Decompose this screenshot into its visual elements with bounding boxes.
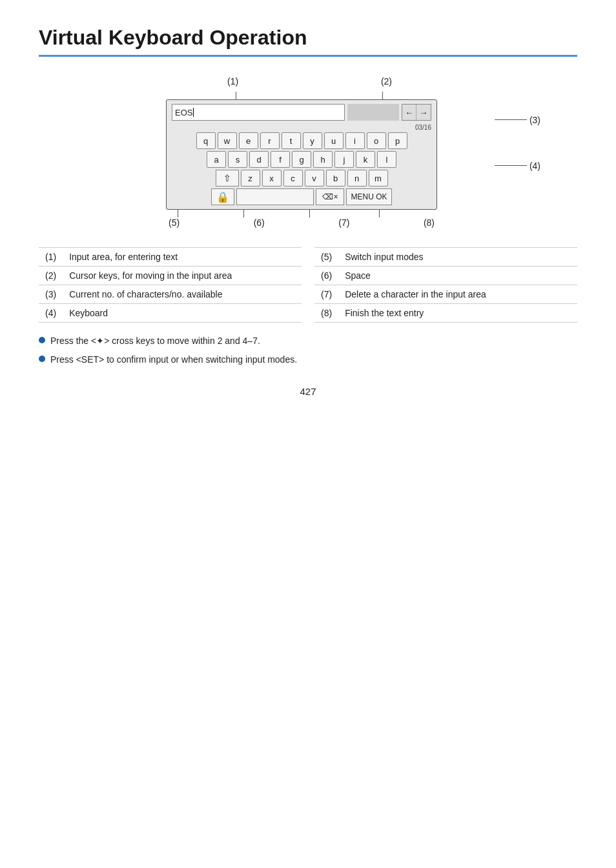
desc-table-left: (1) Input area, for entering text (2) Cu… [39,247,302,323]
description-section: (1) Input area, for entering text (2) Cu… [39,241,577,323]
desc-row-6: (6) Space [314,267,577,285]
note-text-1: Press the <✦> cross keys to move within … [50,334,260,348]
keyboard-row-1: q w e r t y u i o p [172,132,431,149]
arrow-left-btn[interactable]: ← [402,105,416,120]
key-t[interactable]: t [282,132,301,149]
key-v[interactable]: v [305,170,324,187]
desc-num-6: (6) [314,267,338,285]
key-d[interactable]: d [249,151,269,168]
virtual-keyboard[interactable]: EOS ← → 03/16 q w e r t y [166,99,437,210]
key-j[interactable]: j [334,151,354,168]
callout-label-3: (3) [529,115,540,125]
description-columns: (1) Input area, for entering text (2) Cu… [39,241,577,323]
desc-num-2: (2) [39,267,63,285]
callout-label-5: (5) [169,217,180,228]
desc-text-7: Delete a character in the input area [338,285,577,304]
shift-key[interactable]: ⇧ [216,170,239,187]
desc-num-8: (8) [314,304,338,323]
desc-text-4: Keyboard [63,304,302,323]
desc-row-2: (2) Cursor keys, for moving in the input… [39,267,302,285]
keyboard-row-2: a s d f g h j k l [172,151,431,168]
desc-text-1: Input area, for entering text [63,248,302,267]
key-z[interactable]: z [241,170,260,187]
key-m[interactable]: m [369,170,388,187]
space-key[interactable] [236,188,314,205]
callout-label-2: (2) [381,76,392,86]
key-q[interactable]: q [196,132,216,149]
caps-lock-key[interactable]: 🔒 [211,188,234,205]
key-e[interactable]: e [239,132,258,149]
desc-text-5: Switch input modes [338,248,577,267]
desc-text-3: Current no. of characters/no. available [63,285,302,304]
callout-label-7: (7) [338,217,349,228]
key-a[interactable]: a [207,151,226,168]
input-text: EOS [175,108,192,117]
callout-label-8: (8) [424,217,435,228]
bullet-1 [39,337,45,343]
key-o[interactable]: o [367,132,386,149]
callout-label-1: (1) [227,76,238,86]
desc-text-8: Finish the text entry [338,304,577,323]
key-l[interactable]: l [377,151,396,168]
desc-row-4: (4) Keyboard [39,304,302,323]
callout-label-6: (6) [254,217,265,228]
desc-num-7: (7) [314,285,338,304]
desc-num-4: (4) [39,304,63,323]
key-f[interactable]: f [271,151,290,168]
desc-row-7: (7) Delete a character in the input area [314,285,577,304]
key-g[interactable]: g [292,151,311,168]
key-h[interactable]: h [313,151,333,168]
key-x[interactable]: x [262,170,282,187]
page-number: 427 [39,386,577,397]
cursor-keys[interactable]: ← → [402,104,431,121]
desc-row-5: (5) Switch input modes [314,248,577,267]
note-item-2: Press <SET> to confirm input or when swi… [39,353,577,367]
key-u[interactable]: u [324,132,344,149]
bullet-2 [39,356,45,362]
desc-table-right: (5) Switch input modes (6) Space (7) Del… [314,247,577,323]
key-b[interactable]: b [326,170,345,187]
note-item-1: Press the <✦> cross keys to move within … [39,334,577,348]
delete-key[interactable]: ⌫× [316,188,344,205]
key-p[interactable]: p [388,132,407,149]
input-area[interactable]: EOS [172,104,345,121]
desc-text-6: Space [338,267,577,285]
note-text-2: Press <SET> to confirm input or when swi… [50,353,297,367]
menu-ok-key[interactable]: MENU OK [346,188,391,205]
keyboard-bottom-row: 🔒 ⌫× MENU OK [172,188,431,205]
callout-label-4: (4) [529,161,540,171]
key-y[interactable]: y [303,132,322,149]
cursor-indicator [193,108,194,117]
key-k[interactable]: k [356,151,375,168]
key-s[interactable]: s [228,151,247,168]
desc-row-8: (8) Finish the text entry [314,304,577,323]
diagram-section: (1) (2) EOS ← → [39,76,577,228]
page-title: Virtual Keyboard Operation [39,26,577,57]
key-r[interactable]: r [260,132,280,149]
key-c[interactable]: c [283,170,303,187]
arrow-right-btn[interactable]: → [416,105,431,120]
desc-row-3: (3) Current no. of characters/no. availa… [39,285,302,304]
desc-row-1: (1) Input area, for entering text [39,248,302,267]
desc-num-5: (5) [314,248,338,267]
key-n[interactable]: n [347,170,367,187]
keyboard-row-3: ⇧ z x c v b n m [172,170,431,187]
callout-4-area: (4) [495,161,540,171]
desc-text-2: Cursor keys, for moving in the input are… [63,267,302,285]
key-w[interactable]: w [218,132,237,149]
key-i[interactable]: i [345,132,365,149]
callout-3-area: (3) [495,115,540,125]
notes-section: Press the <✦> cross keys to move within … [39,334,577,367]
page-count: 03/16 [172,124,431,131]
desc-num-3: (3) [39,285,63,304]
desc-num-1: (1) [39,248,63,267]
